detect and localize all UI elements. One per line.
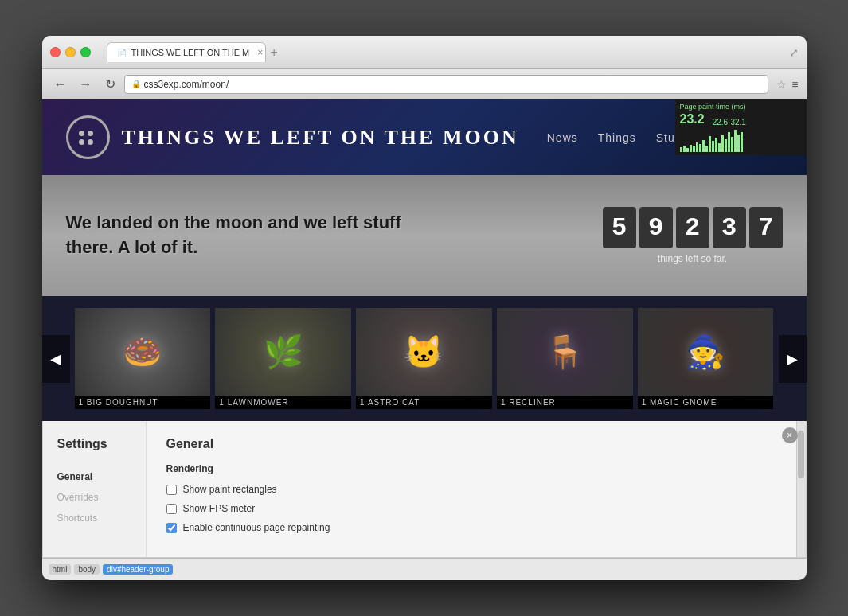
site-logo-dots [79, 131, 96, 145]
paint-bar [699, 144, 701, 152]
logo-dot [79, 131, 84, 136]
paint-overlay: Page paint time (ms) 23.2 22.6-32.1 [675, 99, 807, 155]
show-fps-label: Show FPS meter [183, 503, 256, 514]
site-logo-icon [66, 115, 110, 159]
bottom-bar: html body div#header-group [42, 558, 807, 580]
logo-dot [79, 139, 84, 145]
settings-nav-general[interactable]: General [51, 467, 138, 486]
counter-label: things left so far. [603, 253, 783, 264]
settings-sidebar: Settings General Overrides Shortcuts [43, 421, 147, 557]
logo-dot [88, 139, 93, 145]
lawnmower-emoji: 🌿 [264, 333, 303, 371]
paint-bar [741, 132, 743, 152]
settings-option-paint: Show paint rectangles [166, 484, 776, 495]
paint-bar [734, 130, 737, 152]
logo-dot [88, 131, 93, 136]
counter-digits: 5 9 2 3 7 [603, 207, 783, 248]
bottom-tag-header-group[interactable]: div#header-group [103, 564, 173, 575]
window-maximize-icon[interactable]: ⤢ [789, 46, 799, 59]
paint-bar [718, 143, 721, 152]
counter-digit-4: 3 [713, 207, 746, 248]
cat-emoji: 🐱 [404, 333, 444, 371]
carousel-section: ◀ 🍩 1 BIG DOUGHNUT 🌿 1 LAWNMOWER 🐱 [42, 296, 807, 421]
carousel-image-gnome: 🧙 [638, 308, 774, 396]
carousel-label-gnome: 1 MAGIC GNOME [638, 396, 774, 409]
counter-digit-1: 5 [603, 207, 636, 248]
paint-bar [702, 140, 705, 152]
tab-bar: 📄 THINGS WE LEFT ON THE M × + [107, 42, 789, 62]
settings-panel: × Settings General Overrides Shortcuts G… [42, 421, 807, 558]
bookmark-star-icon[interactable]: ☆ [776, 78, 787, 91]
show-paint-label: Show paint rectangles [183, 484, 277, 495]
nav-news[interactable]: News [547, 131, 578, 144]
carousel-label-recliner: 1 RECLINER [497, 396, 633, 409]
counter-digit-3: 2 [676, 207, 709, 248]
address-text: css3exp.com/moon/ [144, 79, 229, 90]
address-lock-icon: 🔒 [131, 80, 141, 88]
carousel-items: 🍩 1 BIG DOUGHNUT 🌿 1 LAWNMOWER 🐱 1 ASTRO… [70, 308, 779, 409]
paint-bar [680, 147, 682, 152]
carousel-label-doughnut: 1 BIG DOUGHNUT [75, 396, 211, 409]
carousel-image-cat: 🐱 [356, 308, 492, 396]
browser-tab[interactable]: 📄 THINGS WE LEFT ON THE M × [107, 42, 266, 62]
hero-text: We landed on the moon and we left stuff … [66, 211, 432, 260]
settings-rendering-title: Rendering [166, 463, 776, 474]
browser-content: Page paint time (ms) 23.2 22.6-32.1 [42, 99, 807, 580]
counter-digit-2: 9 [639, 207, 673, 248]
carousel-prev-button[interactable]: ◀ [42, 335, 70, 383]
doughnut-emoji: 🍩 [123, 333, 162, 371]
forward-button[interactable]: → [76, 76, 96, 93]
nav-things[interactable]: Things [598, 131, 636, 144]
new-tab-button[interactable]: + [266, 44, 283, 61]
show-fps-checkbox[interactable] [166, 504, 177, 514]
bottom-tag-html[interactable]: html [49, 564, 72, 575]
settings-close-button[interactable]: × [782, 427, 798, 443]
paint-bar [686, 148, 689, 152]
counter-area: 5 9 2 3 7 things left so far. [603, 207, 783, 264]
carousel-item: 🐱 1 ASTRO CAT [356, 308, 492, 409]
title-bar: 📄 THINGS WE LEFT ON THE M × + ⤢ [42, 36, 807, 69]
bottom-tag-body[interactable]: body [74, 564, 100, 575]
window-controls [50, 47, 91, 57]
tab-close-button[interactable]: × [257, 47, 263, 58]
carousel-item: 🍩 1 BIG DOUGHNUT [75, 308, 211, 409]
settings-scrollbar[interactable] [796, 421, 806, 557]
menu-icon[interactable]: ≡ [791, 78, 798, 91]
show-paint-checkbox[interactable] [166, 485, 177, 495]
minimize-button[interactable] [65, 47, 76, 57]
scrollbar-thumb [798, 431, 804, 478]
paint-values: 23.2 22.6-32.1 [680, 112, 802, 127]
paint-value-main: 23.2 [680, 112, 705, 127]
settings-section-heading: General [166, 437, 776, 451]
enable-repainting-checkbox[interactable] [166, 523, 177, 533]
site-title: THINGS WE LEFT ON THE MOON [122, 126, 519, 150]
enable-repainting-label: Enable continuous page repainting [183, 522, 330, 533]
browser-window: 📄 THINGS WE LEFT ON THE M × + ⤢ ← → ↻ 🔒 … [42, 36, 807, 580]
recliner-emoji: 🪑 [545, 333, 584, 371]
carousel-item: 🪑 1 RECLINER [497, 308, 633, 409]
close-button[interactable] [50, 47, 61, 57]
paint-bar [693, 146, 695, 152]
paint-bar [728, 132, 730, 152]
paint-bar [721, 135, 724, 152]
carousel-item: 🌿 1 LAWNMOWER [215, 308, 351, 409]
carousel-label-cat: 1 ASTRO CAT [356, 396, 492, 409]
counter-digit-5: 7 [749, 207, 783, 248]
refresh-button[interactable]: ↻ [101, 75, 119, 93]
settings-title: Settings [51, 437, 138, 451]
carousel-image-doughnut: 🍩 [75, 308, 211, 396]
site-logo-area: THINGS WE LEFT ON THE MOON [66, 115, 519, 159]
back-button[interactable]: ← [50, 76, 71, 93]
settings-option-repainting: Enable continuous page repainting [166, 522, 776, 533]
hero-section: We landed on the moon and we left stuff … [42, 175, 807, 296]
maximize-button[interactable] [80, 47, 91, 57]
settings-nav-shortcuts[interactable]: Shortcuts [51, 509, 138, 528]
carousel-image-lawnmower: 🌿 [215, 308, 351, 396]
address-bar[interactable]: 🔒 css3exp.com/moon/ [124, 75, 769, 94]
paint-bar [712, 141, 714, 152]
carousel-next-button[interactable]: ▶ [779, 335, 807, 383]
carousel-image-recliner: 🪑 [497, 308, 633, 396]
settings-main: General Rendering Show paint rectangles … [147, 421, 796, 557]
paint-bar [731, 137, 733, 152]
settings-nav-overrides[interactable]: Overrides [51, 488, 138, 507]
